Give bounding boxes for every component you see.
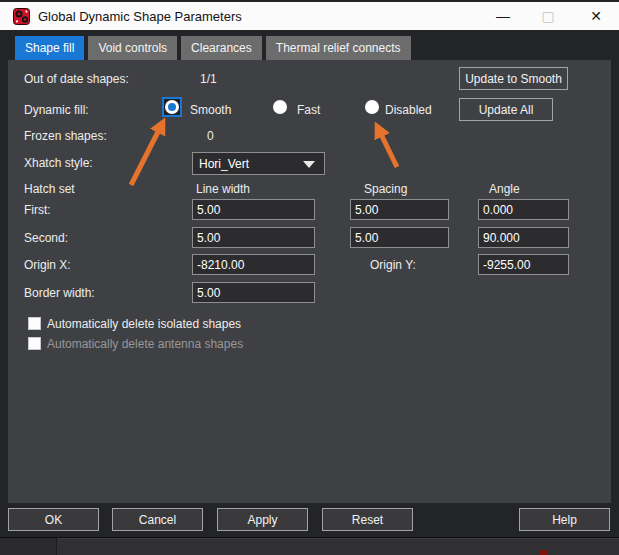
ok-button[interactable]: OK [8,508,99,531]
cancel-button[interactable]: Cancel [112,508,203,531]
radio-smooth-label[interactable]: Smooth [190,103,231,117]
chevron-down-icon [303,161,315,168]
maximize-button[interactable]: ▢ [528,2,568,30]
frozen-shapes-value: 0 [207,129,214,143]
xhatch-style-value: Hori_Vert [193,157,249,171]
background-status-cell [0,538,57,555]
radio-disabled[interactable] [365,100,379,114]
radio-disabled-label[interactable]: Disabled [385,103,432,117]
global-dynamic-shape-parameters-dialog: Global Dynamic Shape Parameters — ▢ ✕ Sh… [0,0,619,555]
window-title: Global Dynamic Shape Parameters [38,9,242,24]
xhatch-style-dropdown[interactable]: Hori_Vert [192,152,325,175]
second-spacing-input[interactable] [350,227,449,248]
update-to-smooth-button[interactable]: Update to Smooth [459,67,568,90]
delete-antenna-shapes-label: Automatically delete antenna shapes [47,337,243,351]
delete-isolated-shapes-label[interactable]: Automatically delete isolated shapes [47,317,241,331]
reset-button[interactable]: Reset [322,508,413,531]
radio-fast[interactable] [273,100,287,114]
close-icon: ✕ [590,8,602,24]
second-row-label: Second: [24,231,68,245]
border-width-input[interactable] [192,282,315,303]
tab-bar: Shape fill Void controls Clearances Ther… [15,36,411,60]
close-button[interactable]: ✕ [576,2,616,30]
app-icon [13,8,30,25]
tab-void-controls[interactable]: Void controls [88,36,177,60]
delete-isolated-shapes-checkbox[interactable] [28,317,41,330]
first-line-width-input[interactable] [192,199,315,220]
out-of-date-shapes-label: Out of date shapes: [24,72,129,86]
dynamic-fill-label: Dynamic fill: [24,103,89,117]
origin-x-label: Origin X: [24,258,71,272]
minimize-icon: — [496,8,510,24]
background-canvas-fragment [540,550,547,555]
origin-y-input[interactable] [478,254,569,275]
radio-smooth-dot [168,103,176,111]
radio-smooth[interactable] [165,100,179,114]
background-status-highlight [58,538,619,539]
update-all-button[interactable]: Update All [459,98,553,121]
tab-shape-fill[interactable]: Shape fill [15,36,84,60]
xhatch-style-label: Xhatch style: [24,156,93,170]
tab-clearances[interactable]: Clearances [181,36,262,60]
column-header-angle: Angle [489,182,520,196]
hatch-set-label: Hatch set [24,182,75,196]
maximize-icon: ▢ [541,8,554,24]
origin-x-input[interactable] [192,254,315,275]
first-spacing-input[interactable] [350,199,449,220]
frozen-shapes-label: Frozen shapes: [24,129,107,143]
first-row-label: First: [24,203,51,217]
radio-fast-label[interactable]: Fast [297,103,320,117]
minimize-button[interactable]: — [483,2,523,30]
apply-button[interactable]: Apply [217,508,308,531]
tab-thermal-relief-connects[interactable]: Thermal relief connects [266,36,411,60]
title-bar[interactable]: Global Dynamic Shape Parameters — ▢ ✕ [0,0,619,30]
first-angle-input[interactable] [478,199,569,220]
help-button[interactable]: Help [519,508,610,531]
delete-antenna-shapes-checkbox[interactable] [28,337,41,350]
background-status-strip [0,538,619,555]
column-header-line-width: Line width [196,182,250,196]
origin-y-label: Origin Y: [370,258,416,272]
second-line-width-input[interactable] [192,227,315,248]
out-of-date-shapes-value: 1/1 [200,72,217,86]
column-header-spacing: Spacing [364,182,407,196]
second-angle-input[interactable] [478,227,569,248]
border-width-label: Border width: [24,286,95,300]
